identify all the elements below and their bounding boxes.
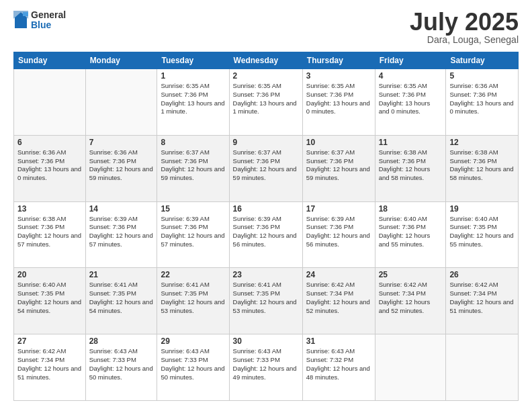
day-number: 19 [449, 204, 515, 214]
day-info: Sunrise: 6:37 AM Sunset: 7:36 PM Dayligh… [233, 148, 299, 183]
day-number: 14 [89, 204, 154, 214]
day-header-friday: Friday [375, 52, 446, 69]
calendar-cell: 13Sunrise: 6:38 AM Sunset: 7:36 PM Dayli… [14, 201, 86, 268]
day-info: Sunrise: 6:43 AM Sunset: 7:32 PM Dayligh… [306, 347, 371, 381]
calendar-cell [375, 334, 446, 401]
day-number: 10 [306, 138, 371, 147]
day-info: Sunrise: 6:39 AM Sunset: 7:36 PM Dayligh… [161, 215, 225, 249]
calendar-cell: 3Sunrise: 6:35 AM Sunset: 7:36 PM Daylig… [302, 69, 375, 136]
calendar-cell: 12Sunrise: 6:38 AM Sunset: 7:36 PM Dayli… [446, 135, 519, 201]
calendar-cell: 20Sunrise: 6:40 AM Sunset: 7:35 PM Dayli… [14, 268, 86, 334]
logo-general-text: General [31, 10, 66, 20]
day-number: 23 [233, 270, 299, 279]
day-number: 18 [379, 204, 443, 214]
day-number: 27 [17, 336, 82, 346]
day-info: Sunrise: 6:42 AM Sunset: 7:34 PM Dayligh… [449, 281, 515, 315]
day-number: 28 [89, 336, 154, 346]
calendar-cell: 6Sunrise: 6:36 AM Sunset: 7:36 PM Daylig… [14, 135, 86, 201]
week-row-4: 20Sunrise: 6:40 AM Sunset: 7:35 PM Dayli… [14, 268, 519, 334]
calendar-cell: 18Sunrise: 6:40 AM Sunset: 7:36 PM Dayli… [375, 201, 446, 268]
week-row-3: 13Sunrise: 6:38 AM Sunset: 7:36 PM Dayli… [14, 201, 519, 268]
day-number: 16 [233, 204, 299, 214]
day-number: 11 [379, 138, 443, 147]
day-header-sunday: Sunday [14, 52, 86, 69]
calendar-cell: 23Sunrise: 6:41 AM Sunset: 7:35 PM Dayli… [229, 268, 302, 334]
day-header-wednesday: Wednesday [229, 52, 302, 69]
location: Dara, Louga, Senegal [410, 34, 519, 45]
day-info: Sunrise: 6:43 AM Sunset: 7:33 PM Dayligh… [89, 347, 154, 381]
calendar-cell: 22Sunrise: 6:41 AM Sunset: 7:35 PM Dayli… [157, 268, 229, 334]
calendar-cell: 7Sunrise: 6:36 AM Sunset: 7:36 PM Daylig… [85, 135, 157, 201]
svg-marker-2 [23, 12, 28, 16]
day-number: 5 [449, 71, 515, 81]
day-number: 9 [233, 138, 299, 147]
day-header-tuesday: Tuesday [157, 52, 229, 69]
day-number: 6 [17, 138, 82, 147]
page: General Blue July 2025 Dara, Louga, Sene… [0, 0, 532, 411]
month-title: July 2025 [410, 10, 519, 34]
day-info: Sunrise: 6:37 AM Sunset: 7:36 PM Dayligh… [161, 148, 225, 183]
calendar: SundayMondayTuesdayWednesdayThursdayFrid… [13, 52, 519, 401]
calendar-cell [446, 334, 519, 401]
day-info: Sunrise: 6:39 AM Sunset: 7:36 PM Dayligh… [306, 215, 371, 249]
day-info: Sunrise: 6:36 AM Sunset: 7:36 PM Dayligh… [449, 82, 515, 116]
day-number: 30 [233, 336, 299, 346]
calendar-cell: 17Sunrise: 6:39 AM Sunset: 7:36 PM Dayli… [302, 201, 375, 268]
day-info: Sunrise: 6:43 AM Sunset: 7:33 PM Dayligh… [233, 347, 299, 381]
day-number: 24 [306, 270, 371, 279]
logo-blue-text: Blue [31, 20, 66, 30]
calendar-cell: 11Sunrise: 6:38 AM Sunset: 7:36 PM Dayli… [375, 135, 446, 201]
week-row-2: 6Sunrise: 6:36 AM Sunset: 7:36 PM Daylig… [14, 135, 519, 201]
week-row-5: 27Sunrise: 6:42 AM Sunset: 7:34 PM Dayli… [14, 334, 519, 401]
calendar-cell: 9Sunrise: 6:37 AM Sunset: 7:36 PM Daylig… [229, 135, 302, 201]
day-info: Sunrise: 6:39 AM Sunset: 7:36 PM Dayligh… [89, 215, 154, 249]
day-info: Sunrise: 6:41 AM Sunset: 7:35 PM Dayligh… [233, 281, 299, 315]
day-info: Sunrise: 6:37 AM Sunset: 7:36 PM Dayligh… [306, 148, 371, 183]
day-info: Sunrise: 6:35 AM Sunset: 7:36 PM Dayligh… [161, 82, 225, 116]
calendar-cell: 14Sunrise: 6:39 AM Sunset: 7:36 PM Dayli… [85, 201, 157, 268]
calendar-cell: 29Sunrise: 6:43 AM Sunset: 7:33 PM Dayli… [157, 334, 229, 401]
calendar-cell: 27Sunrise: 6:42 AM Sunset: 7:34 PM Dayli… [14, 334, 86, 401]
calendar-cell: 30Sunrise: 6:43 AM Sunset: 7:33 PM Dayli… [229, 334, 302, 401]
calendar-cell: 4Sunrise: 6:35 AM Sunset: 7:36 PM Daylig… [375, 69, 446, 136]
day-info: Sunrise: 6:40 AM Sunset: 7:36 PM Dayligh… [379, 215, 443, 249]
calendar-cell: 15Sunrise: 6:39 AM Sunset: 7:36 PM Dayli… [157, 201, 229, 268]
day-info: Sunrise: 6:35 AM Sunset: 7:36 PM Dayligh… [379, 82, 443, 116]
logo: General Blue [13, 10, 66, 31]
day-number: 25 [379, 270, 443, 279]
calendar-cell: 25Sunrise: 6:42 AM Sunset: 7:34 PM Dayli… [375, 268, 446, 334]
day-number: 20 [17, 270, 82, 279]
day-info: Sunrise: 6:39 AM Sunset: 7:36 PM Dayligh… [233, 215, 299, 249]
day-info: Sunrise: 6:43 AM Sunset: 7:33 PM Dayligh… [161, 347, 225, 381]
calendar-cell: 1Sunrise: 6:35 AM Sunset: 7:36 PM Daylig… [157, 69, 229, 136]
day-number: 2 [233, 71, 299, 81]
day-header-thursday: Thursday [302, 52, 375, 69]
day-number: 12 [449, 138, 515, 147]
header-row: SundayMondayTuesdayWednesdayThursdayFrid… [14, 52, 519, 69]
day-info: Sunrise: 6:42 AM Sunset: 7:34 PM Dayligh… [17, 347, 82, 381]
title-section: July 2025 Dara, Louga, Senegal [410, 10, 519, 45]
day-info: Sunrise: 6:35 AM Sunset: 7:36 PM Dayligh… [306, 82, 371, 116]
day-number: 21 [89, 270, 154, 279]
day-number: 26 [449, 270, 515, 279]
calendar-cell: 21Sunrise: 6:41 AM Sunset: 7:35 PM Dayli… [85, 268, 157, 334]
day-info: Sunrise: 6:38 AM Sunset: 7:36 PM Dayligh… [379, 148, 443, 183]
calendar-cell [14, 69, 86, 136]
day-info: Sunrise: 6:36 AM Sunset: 7:36 PM Dayligh… [17, 148, 82, 183]
day-number: 31 [306, 336, 371, 346]
day-info: Sunrise: 6:41 AM Sunset: 7:35 PM Dayligh… [89, 281, 154, 315]
header: General Blue July 2025 Dara, Louga, Sene… [13, 10, 519, 45]
calendar-cell: 26Sunrise: 6:42 AM Sunset: 7:34 PM Dayli… [446, 268, 519, 334]
week-row-1: 1Sunrise: 6:35 AM Sunset: 7:36 PM Daylig… [14, 69, 519, 136]
day-number: 1 [161, 71, 225, 81]
day-info: Sunrise: 6:38 AM Sunset: 7:36 PM Dayligh… [449, 148, 515, 183]
day-info: Sunrise: 6:40 AM Sunset: 7:35 PM Dayligh… [449, 215, 515, 249]
day-info: Sunrise: 6:40 AM Sunset: 7:35 PM Dayligh… [17, 281, 82, 315]
day-number: 13 [17, 204, 82, 214]
day-number: 3 [306, 71, 371, 81]
day-info: Sunrise: 6:35 AM Sunset: 7:36 PM Dayligh… [233, 82, 299, 116]
logo-icon [13, 11, 28, 30]
calendar-cell: 2Sunrise: 6:35 AM Sunset: 7:36 PM Daylig… [229, 69, 302, 136]
day-info: Sunrise: 6:36 AM Sunset: 7:36 PM Dayligh… [89, 148, 154, 183]
calendar-cell: 8Sunrise: 6:37 AM Sunset: 7:36 PM Daylig… [157, 135, 229, 201]
